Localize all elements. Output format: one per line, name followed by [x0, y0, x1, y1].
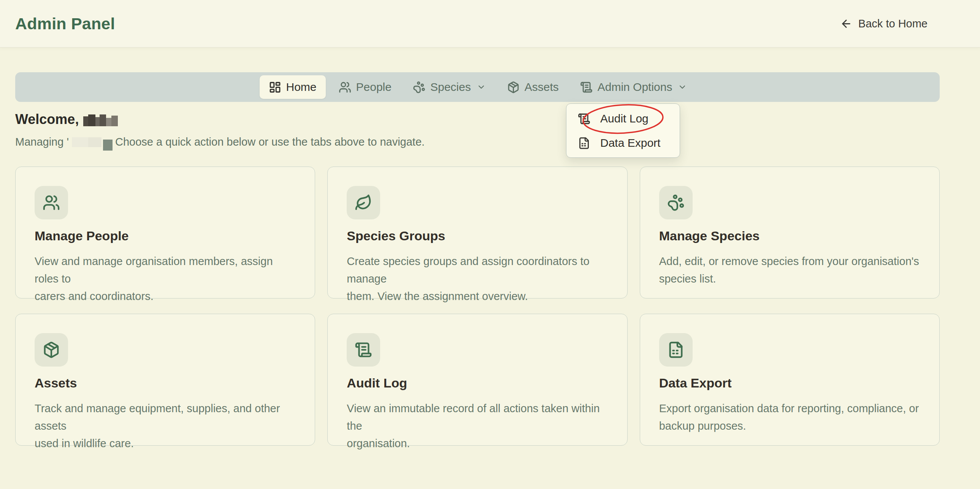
paw-print-icon: [667, 194, 685, 212]
paw-print-icon: [413, 81, 425, 94]
admin-options-menu: Audit Log Data Export: [566, 104, 680, 158]
card-title: Manage Species: [659, 229, 920, 244]
leaf-icon: [355, 194, 372, 212]
chevron-down-icon: [678, 83, 687, 92]
scroll-icon: [580, 81, 593, 94]
card-species-groups[interactable]: Species Groups Create species groups and…: [327, 167, 627, 298]
managing-prefix: Managing ': [15, 134, 69, 150]
package-icon: [507, 81, 520, 94]
card-title: Assets: [35, 376, 296, 390]
card-description: View an immutable record of all actions …: [347, 400, 608, 452]
menu-item-data-export[interactable]: Data Export: [566, 131, 680, 155]
welcome-heading: Welcome,: [15, 111, 118, 128]
card-description: View and manage organisation members, as…: [35, 252, 296, 305]
tab-admin-options-label: Admin Options: [598, 81, 673, 94]
card-title: Manage People: [35, 229, 296, 244]
scroll-icon: [578, 113, 590, 125]
tab-people[interactable]: People: [330, 75, 400, 99]
card-data-export[interactable]: Data Export Export organisation data for…: [640, 314, 940, 446]
back-to-home-link[interactable]: Back to Home: [840, 18, 928, 30]
welcome-subtitle: Managing ' Choose a quick action below o…: [15, 134, 425, 150]
card-title: Audit Log: [347, 376, 608, 390]
card-manage-people[interactable]: Manage People View and manage organisati…: [15, 167, 315, 298]
package-icon: [43, 341, 60, 358]
card-icon-box: [35, 186, 68, 220]
scroll-icon: [355, 341, 372, 358]
tab-species[interactable]: Species: [404, 75, 494, 99]
redacted-org-name: [72, 137, 102, 147]
menu-item-audit-log-label: Audit Log: [600, 112, 649, 125]
tab-assets-label: Assets: [525, 81, 559, 94]
back-to-home-label: Back to Home: [858, 18, 928, 30]
card-description: Create species groups and assign coordin…: [347, 252, 608, 305]
users-icon: [43, 194, 60, 212]
tab-list: Home People Species Assets Admin Options: [259, 75, 696, 99]
chevron-down-icon: [477, 83, 486, 92]
arrow-left-icon: [840, 18, 852, 30]
card-audit-log[interactable]: Audit Log View an immutable record of al…: [327, 314, 627, 446]
app-header: Admin Panel Back to Home: [0, 0, 980, 48]
card-description: Track and manage equipment, supplies, an…: [35, 400, 296, 452]
card-title: Species Groups: [347, 229, 608, 244]
card-icon-box: [35, 333, 68, 366]
card-icon-box: [659, 186, 693, 220]
card-manage-species[interactable]: Manage Species Add, edit, or remove spec…: [640, 167, 940, 298]
tab-home-label: Home: [286, 81, 317, 94]
tab-species-label: Species: [430, 81, 471, 94]
welcome-greeting: Welcome,: [15, 111, 79, 128]
users-icon: [339, 81, 351, 94]
card-icon-box: [347, 186, 380, 220]
file-spreadsheet-icon: [578, 137, 590, 150]
tab-assets[interactable]: Assets: [499, 75, 567, 99]
card-icon-box: [659, 333, 693, 366]
menu-item-audit-log[interactable]: Audit Log: [566, 107, 680, 131]
menu-item-data-export-label: Data Export: [600, 137, 660, 150]
card-icon-box: [347, 333, 380, 366]
tab-admin-options[interactable]: Admin Options: [572, 75, 696, 99]
redaction-block: [103, 140, 113, 151]
redacted-username: [83, 115, 118, 126]
card-description: Add, edit, or remove species from your o…: [659, 252, 920, 287]
page-title: Admin Panel: [15, 14, 115, 33]
tab-home[interactable]: Home: [259, 75, 326, 99]
layout-dashboard-icon: [269, 81, 281, 94]
card-description: Export organisation data for reporting, …: [659, 400, 920, 435]
card-title: Data Export: [659, 376, 920, 390]
file-spreadsheet-icon: [667, 341, 685, 358]
tab-people-label: People: [356, 81, 391, 94]
subtitle-text: Choose a quick action below or use the t…: [115, 134, 425, 150]
card-assets[interactable]: Assets Track and manage equipment, suppl…: [15, 314, 315, 446]
main-nav: Home People Species Assets Admin Options: [15, 72, 940, 102]
quick-actions-grid: Manage People View and manage organisati…: [15, 167, 940, 446]
